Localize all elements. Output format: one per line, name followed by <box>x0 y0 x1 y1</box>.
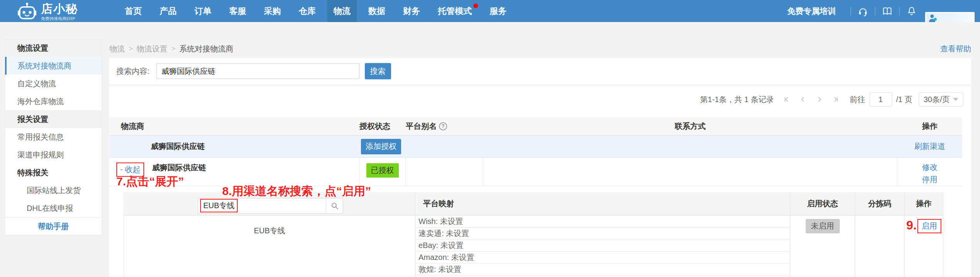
refresh-channels-link[interactable]: 刷新渠道 <box>914 141 945 152</box>
breadcrumb-separator: > <box>129 45 133 53</box>
table-header-row: 物流商 授权状态 平台别名 ? 联系方式 操作 <box>109 117 962 135</box>
subcol-header-sorting-code: 分拣码 <box>855 192 905 215</box>
search-input[interactable] <box>157 63 359 79</box>
navbar-right: 免费专属培训 <box>787 0 975 22</box>
nav-item-logistics[interactable]: 物流 <box>327 0 357 22</box>
breadcrumb: 物流 > 物流设置 > 系统对接物流商 查看帮助 <box>109 42 971 56</box>
authorized-status-badge: 已授权 <box>366 163 399 178</box>
provider-account-name: 威狮国际供应链 <box>152 162 206 173</box>
headset-icon[interactable] <box>858 6 868 16</box>
page-size-select[interactable]: 30条/页 <box>919 92 963 106</box>
main-menu: 首页 产品 订单 客服 采购 仓库 物流 数据 财务 托管模式 服务 <box>116 0 516 22</box>
content-panel: 第1-1条，共 1 条记录 前往 <box>109 86 971 277</box>
nav-item-data[interactable]: 数据 <box>362 0 391 22</box>
free-training-link[interactable]: 免费专属培训 <box>787 6 836 17</box>
nav-item-products[interactable]: 产品 <box>153 0 183 22</box>
channel-subtable: EUB专线 平台映射 启用状态 分拣码 操作 EU <box>124 192 943 277</box>
sidebar-item-intl-site-online-shipping[interactable]: 国际站线上发货 <box>5 181 102 199</box>
search-magnifier-icon[interactable] <box>326 198 343 213</box>
brand-name: 店小秘 <box>41 3 78 15</box>
sidebar-help-manual-link[interactable]: 帮助手册 <box>5 217 102 235</box>
sidebar-item-overseas-warehouse-logistics[interactable]: 海外仓库物流 <box>5 92 102 110</box>
view-help-link[interactable]: 查看帮助 <box>940 44 971 54</box>
search-label: 搜索内容: <box>116 66 150 77</box>
page-total-label: /1 页 <box>896 94 912 105</box>
provider-group-name: 威狮国际供应链 <box>109 141 359 152</box>
col-header-provider: 物流商 <box>109 121 359 132</box>
divider <box>899 7 900 15</box>
modify-link[interactable]: 修改 <box>922 161 937 173</box>
nav-item-warehouse[interactable]: 仓库 <box>293 0 322 22</box>
help-question-icon[interactable]: ? <box>439 122 447 130</box>
sidebar: 物流设置 系统对接物流商 自定义物流 海外仓库物流 报关设置 常用报关信息 渠道… <box>5 39 102 235</box>
sidebar-item-channel-declaration-rules[interactable]: 渠道申报规则 <box>5 146 102 164</box>
breadcrumb-separator: > <box>172 45 176 53</box>
prev-page-icon[interactable] <box>799 95 807 104</box>
subcol-header-actions: 操作 <box>905 192 943 215</box>
tutorial-highlight-box: 启用 <box>917 219 941 233</box>
goto-page-label: 前往 <box>850 94 865 105</box>
nav-item-customer-service[interactable]: 客服 <box>223 0 252 22</box>
sidebar-header-logistics-settings: 物流设置 <box>5 39 102 57</box>
brand-logo[interactable]: 店小秘 免费跨境电商ERP <box>18 2 78 22</box>
platform-mapping-dunhuang: 敦煌: 未设置 <box>415 263 790 275</box>
notification-dot <box>473 3 478 8</box>
col-header-auth-status: 授权状态 <box>359 121 406 132</box>
sidebar-item-system-logistics-provider[interactable]: 系统对接物流商 <box>5 57 102 75</box>
nav-item-managed-mode[interactable]: 托管模式 <box>432 0 478 22</box>
nav-item-services[interactable]: 服务 <box>483 0 513 22</box>
disable-link[interactable]: 停用 <box>922 173 937 186</box>
page-number-input[interactable] <box>869 92 892 106</box>
collapse-toggle-link[interactable]: - 收起 <box>120 165 140 174</box>
record-summary: 第1-1条，共 1 条记录 <box>700 94 774 105</box>
brand-tagline: 免费跨境电商ERP <box>41 16 78 22</box>
user-avatar[interactable] <box>925 12 975 22</box>
nav-item-finance[interactable]: 财务 <box>397 0 426 22</box>
channel-row: EUB专线 Wish: 未设置 速卖通: 未设置 eBay: 未设置 Amazo… <box>124 215 943 277</box>
manual-book-icon[interactable] <box>882 6 892 16</box>
nav-item-purchasing[interactable]: 采购 <box>258 0 287 22</box>
pagination-bar: 第1-1条，共 1 条记录 前往 <box>700 92 963 107</box>
platform-mapping-amazon: Amazon: 未设置 <box>415 251 790 263</box>
channel-name: EUB专线 <box>124 215 415 277</box>
col-header-actions: 操作 <box>897 121 962 132</box>
divider <box>851 7 851 15</box>
sidebar-item-common-customs-info[interactable]: 常用报关信息 <box>5 128 102 146</box>
last-page-icon[interactable] <box>831 95 840 104</box>
tutorial-highlight-box: EUB专线 <box>200 199 238 212</box>
channel-search-input[interactable]: EUB专线 <box>197 198 343 214</box>
provider-account-row: - 收起 威狮国际供应链 已授权 修改 停用 <box>109 158 962 186</box>
sidebar-header-customs-settings: 报关设置 <box>5 110 102 128</box>
platform-mapping-wish: Wish: 未设置 <box>415 215 790 227</box>
breadcrumb-logistics-settings[interactable]: 物流设置 <box>137 44 168 54</box>
col-header-platform-alias: 平台别名 ? <box>406 121 483 132</box>
nav-item-orders[interactable]: 订单 <box>188 0 218 22</box>
subcol-header-platform-mapping: 平台映射 <box>415 192 790 215</box>
breadcrumb-logistics[interactable]: 物流 <box>109 44 125 54</box>
search-panel: 搜索内容: 搜索 <box>109 58 971 84</box>
first-page-icon[interactable] <box>783 95 791 104</box>
platform-mapping-list: Wish: 未设置 速卖通: 未设置 eBay: 未设置 Amazon: 未设置… <box>415 215 790 277</box>
annotation-step7: 7.点击“展开” <box>116 174 184 190</box>
app-root: 店小秘 免费跨境电商ERP 首页 产品 订单 客服 采购 仓库 物流 数据 财务… <box>0 0 980 277</box>
sidebar-item-custom-logistics[interactable]: 自定义物流 <box>5 75 102 92</box>
not-enabled-status-badge: 未启用 <box>806 219 840 233</box>
platform-mapping-ebay: eBay: 未设置 <box>415 239 790 251</box>
nav-item-home[interactable]: 首页 <box>119 0 148 22</box>
bell-icon[interactable] <box>907 6 917 16</box>
platform-mapping-aliexpress: 速卖通: 未设置 <box>415 227 790 239</box>
search-button[interactable]: 搜索 <box>365 63 391 79</box>
annotation-step8: 8.用渠道名称搜索，点“启用” <box>222 183 371 199</box>
subcol-header-enable-status: 启用状态 <box>790 192 855 215</box>
breadcrumb-current-page: 系统对接物流商 <box>179 44 233 54</box>
sidebar-header-special-customs: 特殊报关 <box>5 164 102 181</box>
chevron-down-icon <box>953 98 958 101</box>
enable-channel-link[interactable]: 启用 <box>922 222 937 230</box>
add-authorization-button[interactable]: 添加授权 <box>361 139 401 154</box>
top-navbar: 店小秘 免费跨境电商ERP 首页 产品 订单 客服 采购 仓库 物流 数据 财务… <box>0 0 980 22</box>
next-page-icon[interactable] <box>815 95 823 104</box>
divider <box>875 7 875 15</box>
annotation-step9: 9. <box>906 219 917 232</box>
provider-group-row: 威狮国际供应链 添加授权 刷新渠道 <box>109 135 962 158</box>
sidebar-item-dhl-online-declaration[interactable]: DHL在线申报 <box>5 199 102 217</box>
